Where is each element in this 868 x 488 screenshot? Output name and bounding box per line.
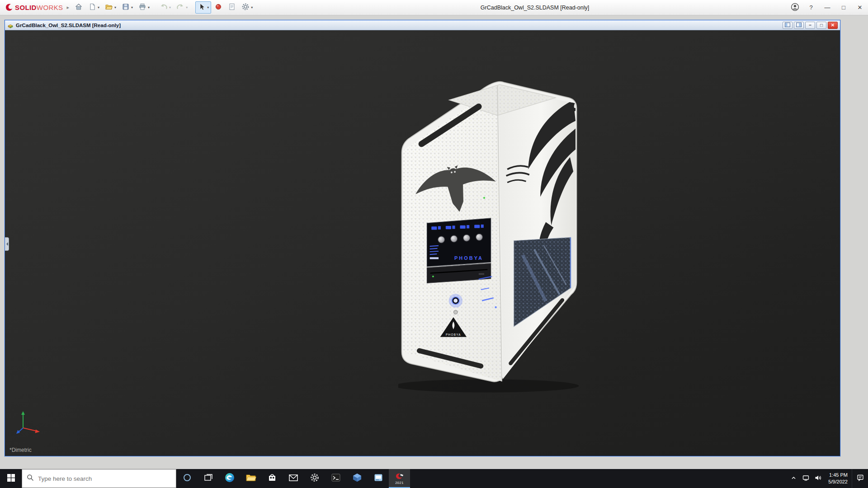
action-center-icon bbox=[857, 474, 864, 483]
tray-chevron-button[interactable] bbox=[788, 469, 800, 488]
doc-close-button[interactable]: ✕ bbox=[828, 22, 838, 29]
windows-taskbar: 2021 1:45 PM 5/9/2022 bbox=[0, 469, 868, 488]
view-orientation-label: *Dimetric bbox=[9, 447, 32, 453]
home-icon bbox=[75, 3, 83, 13]
mdi-workspace: GrCadBlack_Owl_S2.SLDASM [Read-only] – □… bbox=[0, 15, 868, 469]
solidworks-logo[interactable]: SOLIDWORKS bbox=[0, 2, 66, 13]
document-titlebar[interactable]: GrCadBlack_Owl_S2.SLDASM [Read-only] – □… bbox=[5, 20, 840, 30]
taskbar-clock[interactable]: 1:45 PM 5/9/2022 bbox=[824, 469, 852, 488]
task-view-button[interactable] bbox=[198, 469, 219, 488]
model-3d-pc-case[interactable]: PHOBYA bbox=[398, 64, 580, 394]
task-view-icon bbox=[204, 473, 213, 484]
power-button bbox=[450, 295, 462, 307]
select-cursor-icon bbox=[198, 3, 206, 13]
taskbar-app-file-explorer[interactable] bbox=[240, 469, 261, 488]
pane-left-icon bbox=[785, 23, 790, 28]
file-properties-button[interactable] bbox=[226, 1, 238, 14]
help-icon: ? bbox=[809, 4, 812, 11]
edge-icon bbox=[224, 472, 235, 485]
settings-gear-icon bbox=[310, 473, 320, 484]
cortana-icon bbox=[183, 473, 192, 484]
help-button[interactable]: ? bbox=[803, 0, 819, 15]
app-maximize-button[interactable]: □ bbox=[835, 0, 852, 15]
rebuild-button[interactable] bbox=[212, 1, 225, 14]
edrawings-icon bbox=[352, 473, 362, 484]
document-window-controls: – □ ✕ bbox=[783, 22, 838, 29]
pane-right-icon bbox=[796, 23, 802, 28]
clock-date: 5/9/2022 bbox=[828, 479, 848, 485]
save-button[interactable]: ▾ bbox=[119, 1, 135, 14]
undo-icon bbox=[160, 3, 168, 13]
windows-logo-icon bbox=[7, 474, 15, 483]
print-icon bbox=[138, 3, 146, 13]
taskbar-app-solidworks-2021[interactable]: 2021 bbox=[389, 469, 410, 488]
taskbar-app-edge[interactable] bbox=[219, 469, 240, 488]
rebuild-icon bbox=[214, 3, 222, 13]
solidworks-rx-icon bbox=[373, 473, 383, 484]
doc-restore-icon: □ bbox=[820, 23, 823, 28]
search-input[interactable] bbox=[38, 475, 171, 482]
solidworks-logo-icon bbox=[5, 2, 14, 13]
doc-minimize-icon: – bbox=[809, 23, 811, 28]
select-tool-button[interactable]: ▾ bbox=[195, 1, 211, 14]
taskbar-app-microsoft-store[interactable] bbox=[261, 469, 283, 488]
taskbar-app-command-prompt[interactable] bbox=[325, 469, 346, 488]
doc-pane-left-button[interactable] bbox=[783, 22, 793, 29]
app-window-controls: ? — □ ✕ bbox=[787, 0, 868, 15]
network-status-button[interactable] bbox=[800, 469, 812, 488]
open-folder-icon bbox=[105, 3, 113, 13]
file-explorer-icon bbox=[245, 472, 256, 485]
maximize-icon: □ bbox=[842, 4, 845, 11]
taskbar-app-mail[interactable] bbox=[283, 469, 304, 488]
doc-close-icon: ✕ bbox=[831, 23, 835, 28]
file-properties-icon bbox=[228, 3, 236, 13]
app-window-title: GrCadBlack_Owl_S2.SLDASM [Read-only] bbox=[481, 5, 589, 11]
solidworks-version-label: 2021 bbox=[395, 481, 404, 485]
feature-tree-collapse-tab[interactable] bbox=[5, 237, 9, 251]
home-button[interactable] bbox=[72, 1, 85, 14]
microsoft-store-icon bbox=[267, 473, 277, 484]
speaker-icon bbox=[815, 474, 821, 483]
undo-button[interactable]: ▾ bbox=[157, 1, 173, 14]
clock-time: 1:45 PM bbox=[829, 472, 848, 479]
orientation-triad[interactable] bbox=[15, 409, 42, 436]
print-button[interactable]: ▾ bbox=[136, 1, 152, 14]
action-center-button[interactable] bbox=[852, 469, 868, 488]
redo-button[interactable]: ▾ bbox=[174, 1, 190, 14]
search-icon bbox=[27, 474, 34, 483]
command-prompt-icon bbox=[331, 473, 341, 484]
taskbar-app-edrawings[interactable] bbox=[346, 469, 368, 488]
document-window: GrCadBlack_Owl_S2.SLDASM [Read-only] – □… bbox=[5, 20, 840, 456]
chevron-up-icon bbox=[791, 474, 797, 483]
viewport-3d[interactable]: PHOBYA bbox=[5, 30, 840, 456]
network-icon bbox=[802, 474, 809, 483]
app-close-button[interactable]: ✕ bbox=[852, 0, 868, 15]
reset-button bbox=[454, 310, 458, 314]
start-button[interactable] bbox=[0, 469, 22, 488]
close-icon: ✕ bbox=[858, 4, 863, 11]
minimize-icon: — bbox=[825, 4, 830, 11]
open-button[interactable]: ▾ bbox=[103, 1, 118, 14]
doc-pane-right-button[interactable] bbox=[794, 22, 804, 29]
mail-icon bbox=[288, 472, 299, 485]
toolbar-expand-arrow[interactable]: ▸ bbox=[66, 5, 72, 10]
solidworks-wordmark: SOLIDWORKS bbox=[15, 4, 63, 11]
lcd-brand-text: PHOBYA bbox=[454, 255, 483, 261]
save-icon bbox=[122, 3, 130, 13]
doc-restore-button[interactable]: □ bbox=[816, 22, 826, 29]
account-button[interactable] bbox=[787, 0, 803, 15]
assembly-document-icon bbox=[7, 22, 14, 28]
redo-icon bbox=[176, 3, 184, 13]
new-document-button[interactable]: ▾ bbox=[86, 1, 102, 14]
cortana-button[interactable] bbox=[176, 469, 198, 488]
document-title: GrCadBlack_Owl_S2.SLDASM [Read-only] bbox=[16, 23, 121, 28]
taskbar-search-box[interactable] bbox=[22, 469, 176, 488]
taskbar-app-settings[interactable] bbox=[304, 469, 325, 488]
volume-button[interactable] bbox=[812, 469, 824, 488]
doc-minimize-button[interactable]: – bbox=[805, 22, 815, 29]
taskbar-app-solidworks-rx[interactable] bbox=[368, 469, 389, 488]
options-button[interactable]: ▾ bbox=[239, 1, 255, 14]
user-account-icon bbox=[791, 3, 799, 13]
system-tray: 1:45 PM 5/9/2022 bbox=[788, 469, 868, 488]
app-minimize-button[interactable]: — bbox=[819, 0, 835, 15]
